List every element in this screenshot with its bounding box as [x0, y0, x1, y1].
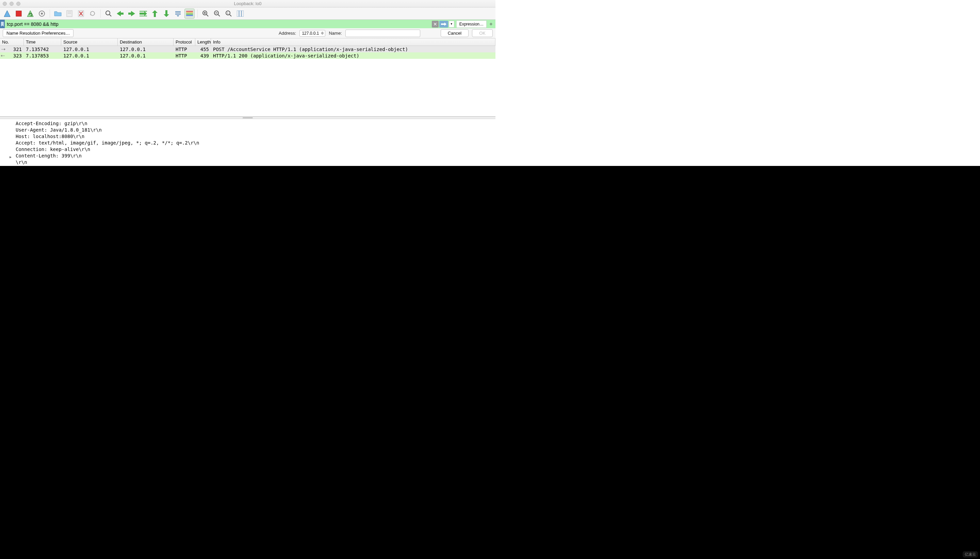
- zoom-in-button[interactable]: [201, 8, 211, 19]
- filter-history-dropdown[interactable]: ▼: [449, 21, 454, 28]
- address-select[interactable]: 127.0.0.1: [299, 30, 325, 37]
- detail-line[interactable]: Accept-Encoding: gzip\r\n: [9, 121, 496, 127]
- open-file-button[interactable]: [53, 8, 63, 19]
- display-filter-input[interactable]: [5, 20, 432, 28]
- svg-point-12: [106, 11, 110, 15]
- col-time[interactable]: Time: [24, 38, 61, 46]
- col-info[interactable]: Info: [211, 38, 496, 46]
- name-resolution-button[interactable]: Name Resolution Preferences…: [3, 29, 73, 37]
- packet-row[interactable]: 3217.135742127.0.0.1127.0.0.1HTTP455POST…: [0, 46, 496, 52]
- cell-destination: 127.0.0.1: [118, 46, 174, 52]
- svg-point-4: [41, 13, 43, 15]
- close-file-button[interactable]: [76, 8, 86, 19]
- col-length[interactable]: Length: [195, 38, 211, 46]
- auto-scroll-button[interactable]: [173, 8, 183, 19]
- svg-rect-27: [186, 11, 193, 12]
- col-no[interactable]: No.: [0, 38, 24, 46]
- colorize-button[interactable]: [184, 8, 195, 19]
- close-window-icon[interactable]: [3, 2, 7, 6]
- svg-rect-29: [186, 13, 193, 15]
- cell-length: 439: [195, 53, 211, 58]
- svg-marker-20: [152, 10, 158, 17]
- stop-capture-button[interactable]: [13, 8, 24, 19]
- svg-rect-43: [242, 10, 244, 17]
- svg-rect-16: [139, 13, 144, 15]
- cell-length: 455: [195, 46, 211, 52]
- packet-row[interactable]: 3237.137853127.0.0.1127.0.0.1HTTP439HTTP…: [0, 52, 496, 59]
- resolve-name-bar: Name Resolution Preferences… Address: 12…: [0, 28, 496, 38]
- capture-options-button[interactable]: [37, 8, 47, 19]
- toolbar-separator: [100, 10, 101, 18]
- ok-button[interactable]: OK: [472, 29, 493, 37]
- save-file-button[interactable]: [64, 8, 75, 19]
- pane-resize-handle[interactable]: [0, 117, 496, 119]
- detail-expandable-line[interactable]: Content-Length: 399\r\n: [9, 153, 496, 159]
- go-last-button[interactable]: [161, 8, 171, 19]
- svg-line-36: [218, 15, 220, 17]
- expression-button[interactable]: Expression…: [456, 20, 487, 28]
- packet-list-header: No. Time Source Destination Protocol Len…: [0, 38, 496, 46]
- go-back-button[interactable]: [115, 8, 125, 19]
- cell-no: 321: [6, 46, 24, 52]
- svg-rect-30: [186, 15, 193, 16]
- svg-marker-11: [90, 13, 91, 16]
- titlebar: Loopback: lo0: [0, 0, 496, 7]
- find-packet-button[interactable]: [103, 8, 114, 19]
- toolbar-separator: [197, 10, 198, 18]
- direction-icon: [0, 54, 6, 58]
- svg-rect-28: [186, 12, 193, 13]
- svg-marker-26: [177, 15, 179, 17]
- svg-line-32: [207, 15, 208, 17]
- name-label: Name:: [329, 31, 342, 36]
- cell-protocol: HTTP: [174, 53, 195, 58]
- detail-line[interactable]: Accept: text/html, image/gif, image/jpeg…: [9, 140, 496, 146]
- display-filter-bar: ✕ ▼ Expression… +: [0, 20, 496, 28]
- apply-filter-button[interactable]: [439, 21, 448, 28]
- svg-marker-22: [164, 10, 169, 17]
- name-input[interactable]: [345, 30, 420, 37]
- svg-rect-5: [67, 10, 72, 17]
- go-forward-button[interactable]: [127, 8, 137, 19]
- cell-info: HTTP/1.1 200 (application/x-java-seriali…: [211, 53, 496, 58]
- minimize-window-icon[interactable]: [10, 2, 13, 6]
- packet-list: No. Time Source Destination Protocol Len…: [0, 38, 496, 117]
- svg-marker-14: [117, 11, 124, 17]
- resize-columns-button[interactable]: [235, 8, 245, 19]
- go-to-packet-button[interactable]: [138, 8, 148, 19]
- obscured-region: 亿速云: [0, 166, 496, 283]
- cell-time: 7.137853: [24, 53, 61, 58]
- zoom-reset-button[interactable]: 1: [224, 8, 234, 19]
- svg-rect-42: [239, 10, 241, 17]
- reload-file-button[interactable]: [88, 8, 98, 19]
- cell-protocol: HTTP: [174, 46, 195, 52]
- cell-source: 127.0.0.1: [61, 53, 118, 58]
- go-first-button[interactable]: [150, 8, 160, 19]
- add-filter-button[interactable]: +: [488, 20, 494, 28]
- svg-line-39: [230, 15, 231, 17]
- svg-text:1: 1: [227, 12, 229, 15]
- detail-line[interactable]: Host: localhost:8080\r\n: [9, 133, 496, 140]
- cancel-button[interactable]: Cancel: [441, 29, 469, 37]
- zoom-out-button[interactable]: [212, 8, 222, 19]
- toolbar-separator: [50, 10, 50, 18]
- detail-line[interactable]: User-Agent: Java/1.8.0_181\r\n: [9, 127, 496, 133]
- cell-info: POST /AccountService HTTP/1.1 (applicati…: [211, 46, 496, 52]
- col-protocol[interactable]: Protocol: [174, 38, 195, 46]
- cell-source: 127.0.0.1: [61, 46, 118, 52]
- svg-marker-44: [441, 22, 446, 26]
- detail-line[interactable]: Connection: keep-alive\r\n: [9, 146, 496, 153]
- clear-filter-button[interactable]: ✕: [432, 21, 439, 28]
- col-source[interactable]: Source: [61, 38, 118, 46]
- cell-destination: 127.0.0.1: [118, 53, 174, 58]
- svg-rect-1: [16, 11, 22, 17]
- svg-marker-15: [128, 11, 135, 17]
- col-destination[interactable]: Destination: [118, 38, 174, 46]
- packet-details[interactable]: Accept-Encoding: gzip\r\n User-Agent: Ja…: [0, 119, 496, 166]
- bookmark-icon[interactable]: [0, 20, 5, 28]
- main-toolbar: 1: [0, 7, 496, 20]
- restart-capture-button[interactable]: [25, 8, 35, 19]
- zoom-window-icon[interactable]: [17, 2, 20, 6]
- start-capture-button[interactable]: [2, 8, 12, 19]
- detail-line[interactable]: \r\n: [9, 159, 496, 165]
- window-title: Loopback: lo0: [0, 1, 496, 6]
